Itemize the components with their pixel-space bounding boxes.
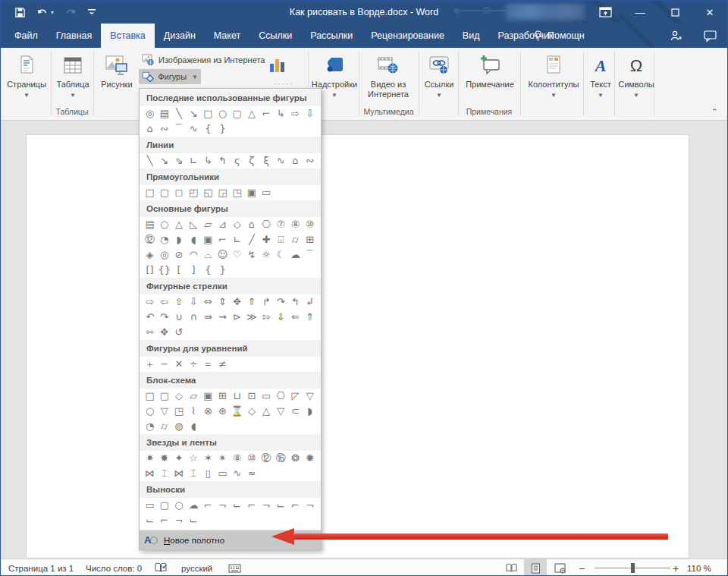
shape-item[interactable]: ♡ bbox=[230, 247, 244, 263]
collapse-ribbon-button[interactable]: ⌃ bbox=[711, 107, 718, 117]
shape-item[interactable]: △ bbox=[259, 404, 274, 419]
shape-item[interactable]: ⊳ bbox=[230, 310, 244, 325]
shape-item[interactable]: ◲ bbox=[215, 185, 230, 200]
shape-item[interactable]: ▱ bbox=[201, 217, 215, 232]
zoom-in-button[interactable]: + bbox=[673, 559, 679, 576]
shape-item[interactable]: ⇦ bbox=[157, 294, 171, 310]
links-button[interactable]: Ссылки ▼ bbox=[422, 51, 456, 100]
shape-item[interactable]: ❂ bbox=[288, 451, 303, 466]
shape-item[interactable]: ▢ bbox=[157, 498, 171, 513]
shape-item[interactable]: ⇩ bbox=[187, 294, 201, 310]
shape-item[interactable]: ◰ bbox=[187, 185, 201, 200]
shape-item[interactable]: ↺ bbox=[171, 325, 186, 340]
shape-item[interactable]: □ bbox=[143, 185, 157, 200]
web-layout-button[interactable] bbox=[548, 559, 571, 576]
shape-item[interactable]: ¬ bbox=[215, 498, 230, 513]
shape-item[interactable]: ＝ bbox=[201, 357, 215, 372]
shape-item[interactable]: ╲ bbox=[171, 106, 186, 121]
shape-item[interactable]: ○ bbox=[157, 217, 171, 232]
shape-item[interactable]: ∾ bbox=[303, 153, 317, 168]
shape-item[interactable]: ⑫ bbox=[143, 232, 157, 247]
shape-item[interactable]: ↰ bbox=[215, 153, 230, 168]
shape-item[interactable]: ⊗ bbox=[201, 404, 215, 419]
pictures-button[interactable]: Рисунки bbox=[96, 51, 137, 90]
shape-item[interactable]: ¬ bbox=[171, 513, 186, 528]
shape-item[interactable]: ↯ bbox=[244, 247, 259, 263]
tell-me-box[interactable]: Помощн bbox=[533, 24, 585, 48]
shape-item[interactable]: ⊿ bbox=[215, 217, 230, 232]
shape-item[interactable]: ⇔ bbox=[201, 294, 215, 310]
shape-item[interactable]: ◸ bbox=[288, 389, 303, 404]
shape-item[interactable]: ◻ bbox=[171, 185, 186, 200]
shape-item[interactable]: ≈ bbox=[244, 466, 259, 481]
ribbon-tab[interactable]: Ссылки bbox=[249, 24, 301, 48]
shape-item[interactable]: ⌶ bbox=[157, 466, 171, 481]
share-person-icon[interactable] bbox=[669, 30, 682, 42]
shape-item[interactable]: ◖ bbox=[187, 232, 201, 247]
shape-item[interactable]: ∟ bbox=[230, 232, 244, 247]
shape-item[interactable]: ⑩ bbox=[244, 451, 259, 466]
shape-item[interactable]: ↷ bbox=[274, 294, 288, 310]
shape-item[interactable]: ⊔ bbox=[230, 389, 244, 404]
shape-item[interactable]: ⇿ bbox=[143, 325, 157, 340]
ribbon-tab[interactable]: Главная bbox=[47, 24, 102, 48]
shape-item[interactable]: △ bbox=[244, 106, 259, 121]
header-footer-button[interactable]: Колонтитулы ▼ bbox=[524, 51, 583, 100]
shape-item[interactable]: ▱ bbox=[187, 389, 201, 404]
shape-item[interactable]: ✴ bbox=[215, 451, 230, 466]
shape-item[interactable]: ✥ bbox=[157, 325, 171, 340]
comment-button[interactable]: Примечание bbox=[462, 51, 518, 90]
shape-item[interactable]: { bbox=[201, 263, 215, 278]
shape-item[interactable]: ↷ bbox=[157, 310, 171, 325]
shape-item[interactable]: ] bbox=[187, 263, 201, 278]
shape-item[interactable]: ⌐ bbox=[288, 498, 303, 513]
shape-item[interactable]: { bbox=[201, 121, 215, 137]
shape-item[interactable]: ¬ bbox=[259, 498, 274, 513]
shape-item[interactable]: ▣ bbox=[244, 185, 259, 200]
shape-item[interactable]: ✚ bbox=[259, 232, 274, 247]
shape-item[interactable]: ∪ bbox=[171, 310, 186, 325]
online-video-button[interactable]: Видео из Интернета bbox=[363, 51, 413, 99]
shape-item[interactable]: ▤ bbox=[143, 217, 157, 232]
shape-item[interactable]: △ bbox=[171, 217, 186, 232]
shape-item[interactable]: ⇝ bbox=[215, 310, 230, 325]
minimize-button[interactable]: — bbox=[623, 1, 657, 24]
shape-item[interactable]: ⇑ bbox=[244, 294, 259, 310]
shape-item[interactable]: ⊡ bbox=[244, 389, 259, 404]
shape-item[interactable]: ∿ bbox=[187, 121, 201, 137]
ribbon-tab[interactable]: Вставка bbox=[101, 24, 154, 48]
text-button[interactable]: A Текст ▼ bbox=[586, 51, 615, 100]
shape-item[interactable]: ☁ bbox=[288, 247, 303, 263]
keyboard-indicator[interactable] bbox=[228, 559, 241, 576]
zoom-slider-thumb[interactable] bbox=[631, 563, 635, 573]
shape-item[interactable]: ▢ bbox=[157, 185, 171, 200]
shape-item[interactable]: ⋈ bbox=[171, 466, 186, 481]
shape-item[interactable]: ⌂ bbox=[288, 153, 303, 168]
shape-item[interactable]: ⌙ bbox=[187, 513, 201, 528]
shape-item[interactable]: ☁ bbox=[187, 498, 201, 513]
shape-item[interactable]: [] bbox=[143, 263, 157, 278]
shape-item[interactable]: ⋈ bbox=[143, 466, 157, 481]
shape-item[interactable]: ⑯ bbox=[274, 451, 288, 466]
shape-item[interactable]: □ bbox=[201, 106, 215, 121]
shape-item[interactable]: ○ bbox=[215, 106, 230, 121]
shape-item[interactable]: ∩ bbox=[187, 310, 201, 325]
shape-item[interactable]: ▢ bbox=[230, 106, 244, 121]
shape-item[interactable]: ＋ bbox=[143, 357, 157, 372]
shape-item[interactable]: ⊕ bbox=[215, 404, 230, 419]
shape-item[interactable]: ◳ bbox=[230, 185, 244, 200]
shape-item[interactable]: ✶ bbox=[201, 451, 215, 466]
shape-item[interactable]: ◱ bbox=[201, 185, 215, 200]
shape-item[interactable]: ▽ bbox=[303, 389, 317, 404]
shape-item[interactable]: ▣ bbox=[201, 389, 215, 404]
shape-item[interactable]: ¬ bbox=[303, 498, 317, 513]
shape-item[interactable]: ◗ bbox=[171, 232, 186, 247]
shape-item[interactable]: ▣ bbox=[201, 232, 215, 247]
shape-item[interactable]: } bbox=[215, 121, 230, 137]
shape-item[interactable]: ☼ bbox=[259, 247, 274, 263]
shape-item[interactable]: ▽ bbox=[157, 404, 171, 419]
shape-item[interactable]: ⑧ bbox=[288, 217, 303, 232]
shape-item[interactable]: ◇ bbox=[230, 217, 244, 232]
shape-item[interactable]: ⌇ bbox=[187, 404, 201, 419]
shape-item[interactable]: ▭ bbox=[143, 498, 157, 513]
